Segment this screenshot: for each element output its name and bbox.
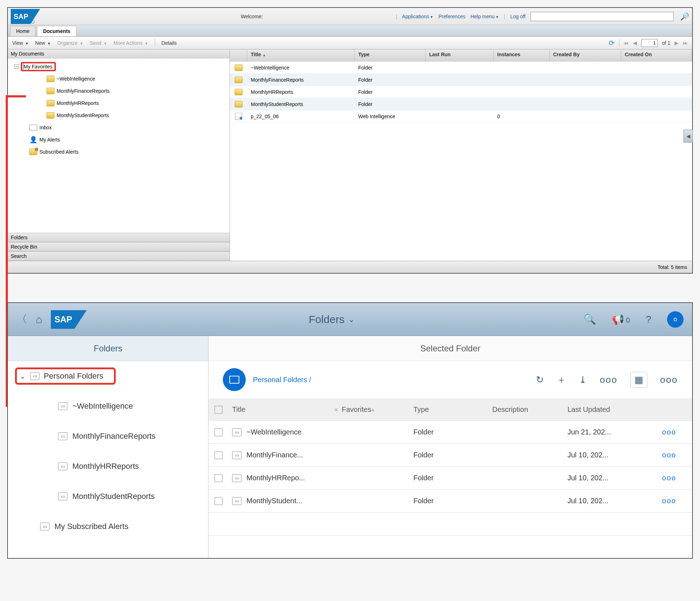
menu-send[interactable]: Send ▼ <box>90 40 107 46</box>
applications-link[interactable]: Applications▼ <box>402 14 433 19</box>
folder-icon: ▭ <box>58 402 67 410</box>
select-all-checkbox[interactable] <box>215 406 222 414</box>
col-type[interactable]: Type <box>413 405 492 414</box>
row-more-icon[interactable]: ooo <box>662 428 676 436</box>
cell-title: MonthlyFinanceReports <box>247 77 355 83</box>
table-row[interactable]: ▭MonthlyFinance...FolderJul 10, 202...oo… <box>208 444 692 467</box>
col-instances[interactable]: Instances <box>494 49 550 62</box>
tree-item[interactable]: MonthlyHRReports <box>8 97 230 109</box>
sort-icon[interactable]: ≡ <box>371 407 378 413</box>
cell-type: Web Intelligence <box>355 114 426 119</box>
folder-icon <box>47 112 54 119</box>
tree-my-favorites[interactable]: − My Favorites <box>8 61 230 73</box>
tab-documents[interactable]: Documents <box>37 26 76 36</box>
tree-item[interactable]: ▭MonthlyHRReports <box>8 451 208 481</box>
help-icon[interactable]: ? <box>646 314 651 325</box>
tree-subscribed-alerts[interactable]: ▭My Subscribed Alerts <box>8 511 208 542</box>
tree-subscribed-alerts[interactable]: Subscribed Alerts <box>8 146 230 158</box>
tree-item[interactable]: ▭~WebIntelligence <box>8 391 208 421</box>
tree-personal-folders[interactable]: ⌄ ▭ Personal Folders <box>8 361 208 391</box>
back-icon[interactable]: 〈 <box>16 312 27 327</box>
avatar[interactable]: o <box>667 311 684 328</box>
cell-title: MonthlyFinance... <box>246 451 303 459</box>
subscribed-icon <box>29 149 37 155</box>
table-row[interactable]: ▭MonthlyStudent...FolderJul 10, 202...oo… <box>208 490 692 513</box>
menu-more[interactable]: More Actions ▼ <box>114 40 148 46</box>
col-favorites[interactable]: Favorites≡ <box>342 405 413 414</box>
tree-item[interactable]: ▭MonthlyFinanceReports <box>8 421 208 451</box>
row-checkbox[interactable] <box>215 451 222 459</box>
col-updated[interactable]: Last Updated <box>567 405 646 414</box>
title-dropdown-icon[interactable]: ⌄ <box>348 315 355 324</box>
sort-asc-icon: ▲ <box>263 53 266 57</box>
tree-item[interactable]: ▭MonthlyStudentReports <box>8 481 208 511</box>
row-more-icon[interactable]: ooo <box>662 474 676 482</box>
chevron-down-icon[interactable]: ⌄ <box>20 372 26 380</box>
table-row[interactable]: ▭MonthlyHRRepo...FolderJul 10, 202...ooo <box>208 467 692 490</box>
col-createdon[interactable]: Created On <box>621 49 692 62</box>
more-icon[interactable]: ooo <box>600 374 617 385</box>
separator: | <box>396 14 397 19</box>
megaphone-icon[interactable]: 📢0 <box>612 313 630 325</box>
table-row[interactable]: MonthlyStudentReportsFolder <box>230 98 692 110</box>
preferences-link[interactable]: Preferences <box>438 14 465 19</box>
tree-my-alerts[interactable]: 👤My Alerts <box>8 134 230 146</box>
add-icon[interactable]: ＋ <box>557 374 566 386</box>
col-lastrun[interactable]: Last Run <box>426 49 494 62</box>
help-link[interactable]: Help menu▼ <box>470 14 499 19</box>
row-more-icon[interactable]: ooo <box>662 497 676 505</box>
refresh-icon[interactable]: ⟳ <box>609 39 615 47</box>
tree-inbox[interactable]: Inbox <box>8 121 230 134</box>
tree-item[interactable]: MonthlyStudentReports <box>8 109 230 121</box>
menu-view[interactable]: View ▼ <box>12 40 29 46</box>
refresh-icon[interactable]: ↻ <box>536 374 544 385</box>
svg-text:SAP: SAP <box>14 13 28 20</box>
grid-view-icon[interactable]: ▦ <box>631 372 647 388</box>
menu-organize[interactable]: Organize ▼ <box>57 40 83 46</box>
search-icon[interactable]: 🔍 <box>584 313 596 325</box>
search-input[interactable] <box>531 12 674 21</box>
pager-next-icon[interactable]: ▶ <box>675 40 679 46</box>
home-icon[interactable]: ⌂ <box>36 313 42 326</box>
section-folders[interactable]: Folders <box>8 233 230 242</box>
col-description[interactable]: Description <box>492 405 567 414</box>
pager-prev-icon[interactable]: ◀ <box>633 40 637 46</box>
tree-header-mydocuments[interactable]: My Documents <box>8 49 230 58</box>
col-createdby[interactable]: Created By <box>550 49 621 62</box>
section-search[interactable]: Search <box>8 251 230 261</box>
col-type[interactable]: Type <box>355 49 426 62</box>
row-more-icon[interactable]: ooo <box>662 451 676 459</box>
menu-new[interactable]: New ▼ <box>35 40 51 46</box>
tree-item[interactable]: MonthlyFinanceReports <box>8 85 230 97</box>
col-title[interactable]: Title≡ <box>229 405 342 414</box>
folder-icon: ▭ <box>58 432 67 440</box>
cell-title: p_22_05_06 <box>247 114 355 119</box>
sort-icon[interactable]: ≡ <box>335 407 342 413</box>
col-title[interactable]: Title▲ <box>247 49 355 62</box>
tree-item[interactable]: ~WebIntelligence <box>8 73 230 85</box>
download-icon[interactable]: ⤓ <box>579 374 587 385</box>
pager-last-icon[interactable]: ⏭ <box>683 40 688 46</box>
folder-icon <box>235 89 243 95</box>
row-checkbox[interactable] <box>215 474 222 482</box>
logoff-link[interactable]: Log off <box>510 14 526 19</box>
row-checkbox[interactable] <box>215 497 222 505</box>
collapse-icon[interactable]: − <box>14 64 19 69</box>
folder-icon: ▭ <box>232 428 241 436</box>
table-row[interactable]: MonthlyFinanceReportsFolder <box>230 74 692 86</box>
menu-details[interactable]: Details <box>162 40 177 46</box>
table-row[interactable]: MonthlyHRReportsFolder <box>230 86 692 98</box>
pager-first-icon[interactable]: ⏮ <box>624 40 629 46</box>
pager-input[interactable] <box>641 39 658 47</box>
table-row[interactable]: ▭~WebIntelligenceFolderJun 21, 202...ooo <box>208 421 692 444</box>
section-recycle[interactable]: Recycle Bin <box>8 242 230 251</box>
collapse-panel-icon[interactable]: ◀ <box>684 130 693 143</box>
row-checkbox[interactable] <box>215 428 222 436</box>
table-row[interactable]: ~WebIntelligenceFolder <box>230 62 692 74</box>
table-row[interactable]: p_22_05_06Web Intelligence0 <box>230 110 692 122</box>
sap-logo: SAP <box>51 310 87 329</box>
tab-home[interactable]: Home <box>10 26 35 36</box>
overflow-icon[interactable]: ooo <box>660 374 678 385</box>
breadcrumb-link[interactable]: Personal Folders / <box>253 376 311 384</box>
search-icon[interactable]: 🔎 <box>680 12 689 21</box>
